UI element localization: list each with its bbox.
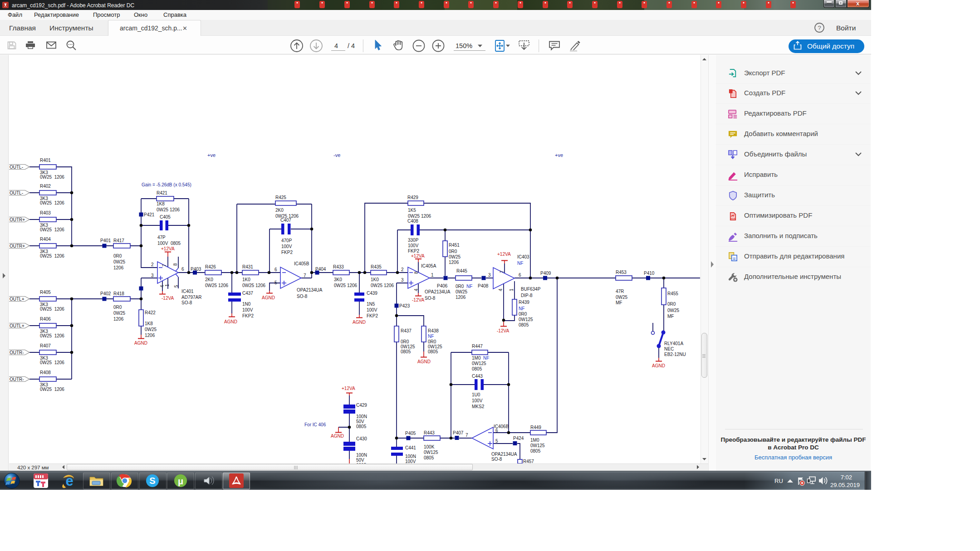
svg-text:3: 3 [401,278,404,283]
svg-text:R418: R418 [113,291,124,296]
svg-text:AGND: AGND [652,363,665,368]
svg-text:0W25 1206: 0W25 1206 [40,360,64,365]
svg-text:+12VA: +12VA [161,246,175,251]
svg-text:P403: P403 [191,267,201,272]
svg-text:R438: R438 [428,328,439,333]
svg-text:47P: 47P [157,235,166,240]
svg-text:AGND: AGND [224,319,237,324]
svg-text:7:02: 7:02 [841,474,852,481]
svg-text:C408: C408 [407,219,418,224]
svg-text:0W25 1206: 0W25 1206 [408,214,431,219]
svg-text:8: 8 [173,263,178,266]
svg-text:C405: C405 [160,215,171,219]
svg-text:R443: R443 [424,430,435,435]
svg-text:0W25: 0W25 [113,311,126,316]
svg-text:-12VA: -12VA [497,328,509,333]
svg-text:AGND: AGND [134,341,147,346]
svg-text:AGND: AGND [331,434,344,439]
svg-text:100K: 100K [424,444,435,449]
svg-text:3K0: 3K0 [334,277,342,282]
svg-text:OPA2134UA: OPA2134UA [297,288,323,293]
svg-text:0805: 0805 [356,424,367,429]
svg-text:0805: 0805 [472,366,482,371]
svg-text:1: 1 [165,284,170,287]
svg-text:R408: R408 [40,370,51,375]
svg-text:0805: 0805 [424,455,434,460]
svg-text:0W125: 0W125 [530,443,545,448]
svg-text:AGND: AGND [262,295,275,300]
svg-text:100V 0805: 100V 0805 [157,241,181,246]
svg-text:RLY401A: RLY401A [664,341,683,346]
svg-text:+12VA: +12VA [497,252,511,257]
svg-text:1206: 1206 [113,317,124,322]
svg-text:NF: NF [519,306,524,311]
svg-text:P421: P421 [144,212,155,217]
svg-text:0805: 0805 [519,322,529,327]
svg-text:+12VA: +12VA [342,386,355,391]
svg-text:P401: P401 [100,238,111,243]
svg-text:1206: 1206 [456,295,466,300]
svg-text:100N: 100N [405,454,416,459]
svg-text:2: 2 [401,267,404,272]
svg-text:470P: 470P [281,238,292,243]
svg-text:+12VA: +12VA [411,254,425,258]
svg-text:R426: R426 [205,264,216,269]
svg-text:AD797AR: AD797AR [181,295,201,300]
svg-text:100V: 100V [472,398,483,403]
svg-text:C441: C441 [405,445,416,450]
svg-text:0W125: 0W125 [428,344,442,349]
svg-text:FKP2: FKP2 [242,313,254,318]
svg-text:5: 5 [274,280,277,285]
svg-text:6: 6 [519,273,521,278]
svg-text:1K8: 1K8 [145,321,153,326]
svg-text:IC401: IC401 [181,289,194,294]
svg-text:FKP2: FKP2 [367,313,378,318]
svg-text:100V: 100V [242,307,253,312]
svg-text:RU: RU [774,478,783,484]
svg-text:100N: 100N [356,453,367,458]
svg-text:R407: R407 [40,343,51,348]
svg-text:R404: R404 [40,237,51,242]
svg-text:IC405B: IC405B [294,261,309,266]
svg-text:P402: P402 [100,291,111,296]
svg-text:0R0: 0R0 [667,302,676,307]
svg-text:?: ? [818,24,821,31]
svg-text:5: 5 [495,439,498,444]
svg-text:R429: R429 [407,195,418,200]
svg-text:4: 4 [334,42,338,49]
svg-text:P424: P424 [513,436,524,441]
svg-text:1206: 1206 [113,265,124,270]
svg-text:5: 5 [174,285,179,288]
svg-text:µ: µ [178,476,183,486]
svg-text:R447: R447 [472,344,483,349]
svg-text:7: 7 [500,270,505,273]
svg-text:7: 7 [466,433,468,438]
svg-text:0W125: 0W125 [472,361,486,366]
svg-text:OUTL-: OUTL- [10,165,23,170]
svg-text:0R0: 0R0 [519,312,527,317]
svg-text:MF: MF [667,314,674,319]
svg-text:C437: C437 [242,291,253,296]
svg-text:0W25: 0W25 [145,327,157,332]
svg-text:R403: R403 [40,210,51,215]
svg-text:0W25: 0W25 [616,295,628,300]
svg-text:For IC 406: For IC 406 [304,422,326,427]
svg-text:S: S [149,476,155,486]
svg-text:R435: R435 [371,264,382,269]
svg-text:0805: 0805 [428,349,438,354]
svg-text:OPA2134UA: OPA2134UA [491,452,517,457]
svg-text:6: 6 [181,267,184,272]
svg-text:0W25 1206: 0W25 1206 [242,283,266,288]
svg-text:+ve: +ve [555,152,563,158]
svg-text:1N5: 1N5 [367,302,375,307]
svg-text:0R0 NF: 0R0 NF [456,284,472,289]
svg-text:0R0: 0R0 [113,254,122,258]
svg-text:50V: 50V [356,419,364,424]
svg-text:R422: R422 [145,310,156,315]
svg-text:NEC: NEC [664,346,674,351]
svg-text:-12VA: -12VA [412,297,424,302]
svg-text:R431: R431 [242,264,253,269]
svg-text:1K0: 1K0 [371,277,379,282]
svg-text:BUF634P: BUF634P [521,287,541,292]
svg-text:OUTR-: OUTR- [10,377,24,382]
